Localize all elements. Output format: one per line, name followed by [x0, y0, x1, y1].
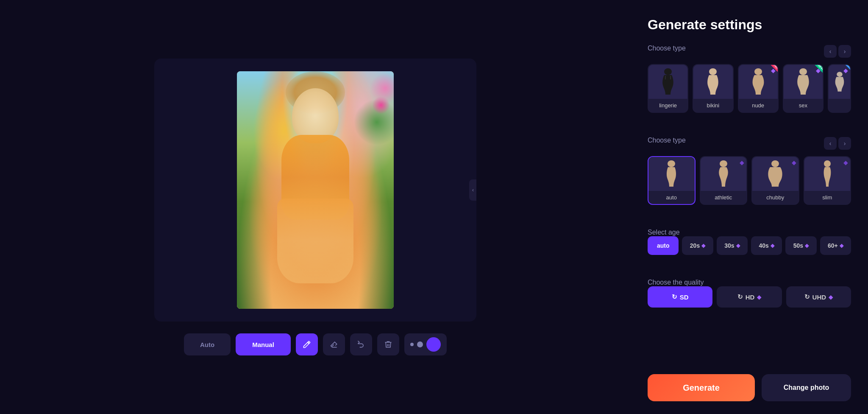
brush-size-large[interactable]: [426, 337, 441, 352]
body-card-auto-label: auto: [648, 191, 695, 204]
svg-point-7: [668, 160, 675, 167]
brush-size-medium[interactable]: [417, 341, 423, 347]
uhd-diamond-icon: ◆: [829, 294, 833, 300]
age-20s-diamond: ◆: [701, 243, 705, 249]
choose-type-section: Choose type ‹ › lingerie: [648, 45, 851, 125]
type-card-nude-img: HOT ◆: [739, 65, 778, 99]
body-next-arrow[interactable]: ›: [838, 137, 851, 150]
svg-point-0: [664, 68, 672, 75]
type-card-lingerie-img: [648, 65, 687, 99]
nude-diamond-icon: ◆: [771, 67, 776, 74]
toolbar: Auto Manual: [184, 333, 447, 355]
body-nav-arrows: ‹ ›: [824, 137, 851, 150]
type-cards-row: lingerie bikini: [648, 64, 851, 113]
sex-diamond-icon: ◆: [816, 67, 821, 74]
auto-mode-button[interactable]: Auto: [184, 333, 231, 355]
type-next-arrow[interactable]: ›: [838, 45, 851, 58]
type-prev-arrow[interactable]: ‹: [824, 45, 837, 58]
age-50s-button[interactable]: 50s ◆: [785, 236, 816, 255]
svg-point-8: [720, 160, 727, 167]
body-cards-row: auto ◆ athletic: [648, 156, 851, 205]
svg-point-3: [709, 68, 717, 75]
svg-point-10: [824, 160, 831, 167]
body-card-chubby-img: ◆: [752, 157, 798, 191]
eraser-icon: [330, 340, 338, 349]
eraser-tool-button[interactable]: [323, 333, 345, 355]
age-40s-button[interactable]: 40s ◆: [751, 236, 782, 255]
body-card-slim-label: slim: [804, 191, 851, 204]
body-section-header: Choose type ‹ ›: [648, 137, 851, 150]
body-card-auto[interactable]: auto: [648, 156, 696, 205]
left-panel: ‹ Auto Manual: [0, 0, 631, 414]
type-card-nude-label: nude: [739, 99, 778, 112]
collapse-arrow[interactable]: ‹: [469, 179, 476, 201]
trash-icon: [384, 340, 392, 349]
slim-body-silhouette: [821, 160, 834, 188]
type-card-lingerie-label: lingerie: [648, 99, 687, 112]
hd-diamond-icon: ◆: [757, 294, 761, 300]
type-card-sex[interactable]: NEW ◆ sex: [783, 64, 823, 113]
body-card-slim-img: ◆: [804, 157, 851, 191]
body-card-chubby-label: chubby: [752, 191, 798, 204]
quality-uhd-button[interactable]: ↻ UHD ◆: [786, 286, 851, 308]
brush-tool-button[interactable]: [296, 333, 318, 355]
body-prev-arrow[interactable]: ‹: [824, 137, 837, 150]
age-30s-button[interactable]: 30s ◆: [717, 236, 748, 255]
body-card-athletic-label: athletic: [701, 191, 747, 204]
undo-icon: [357, 340, 365, 349]
type-card-bikini[interactable]: bikini: [693, 64, 733, 113]
body-card-athletic-img: ◆: [701, 157, 747, 191]
bikini-silhouette: [704, 68, 721, 96]
generate-button[interactable]: Generate: [648, 374, 755, 401]
brush-icon: [303, 340, 311, 349]
choose-quality-section: Choose the quality ↻ SD ↻ HD ◆ ↻ UHD ◆: [648, 279, 851, 324]
age-60plus-button[interactable]: 60+ ◆: [820, 236, 851, 255]
select-age-label: Select age: [648, 229, 680, 236]
body-card-athletic[interactable]: ◆ athletic: [700, 156, 748, 205]
age-auto-button[interactable]: auto: [648, 236, 679, 255]
type-card-bikini-img: [693, 65, 732, 99]
brush-size-small[interactable]: [410, 343, 414, 346]
photo-content: [237, 71, 394, 309]
type-section-header: Choose type ‹ ›: [648, 45, 851, 58]
main-photo: [237, 71, 394, 309]
type-card-lingerie[interactable]: lingerie: [648, 64, 688, 113]
athletic-body-silhouette: [715, 160, 732, 188]
type-card-nude[interactable]: HOT ◆ nude: [738, 64, 779, 113]
quality-buttons-row: ↻ SD ↻ HD ◆ ↻ UHD ◆: [648, 286, 851, 308]
age-20s-button[interactable]: 20s ◆: [682, 236, 713, 255]
athletic-diamond-icon: ◆: [740, 159, 744, 166]
age-60plus-diamond: ◆: [840, 243, 843, 249]
choose-type-label: Choose type: [648, 45, 686, 52]
change-photo-button[interactable]: Change photo: [762, 374, 851, 401]
body-card-chubby[interactable]: ◆ chubby: [751, 156, 799, 205]
canvas-area: ‹: [154, 59, 476, 322]
chubby-body-silhouette: [766, 160, 785, 188]
body-card-auto-img: [648, 157, 695, 191]
age-40s-diamond: ◆: [771, 243, 774, 249]
quality-sd-button[interactable]: ↻ SD: [648, 286, 712, 308]
settings-title: Generate settings: [648, 17, 851, 33]
type-card-extra[interactable]: NEXT ◆: [828, 64, 851, 113]
undo-button[interactable]: [350, 333, 372, 355]
quality-hd-button[interactable]: ↻ HD ◆: [717, 286, 782, 308]
hd-refresh-icon: ↻: [737, 293, 743, 301]
type-card-extra-img: NEXT ◆: [829, 65, 850, 99]
type-nav-arrows: ‹ ›: [824, 45, 851, 58]
manual-mode-button[interactable]: Manual: [236, 333, 291, 355]
choose-body-section: Choose type ‹ › auto: [648, 137, 851, 217]
delete-button[interactable]: [377, 333, 399, 355]
uhd-refresh-icon: ↻: [804, 293, 810, 301]
type-card-sex-img: NEW ◆: [784, 65, 823, 99]
age-50s-diamond: ◆: [805, 243, 809, 249]
sd-refresh-icon: ↻: [672, 293, 677, 301]
brush-size-selector[interactable]: [404, 333, 447, 355]
age-buttons-row: auto 20s ◆ 30s ◆ 40s ◆ 50s ◆ 60+ ◆: [648, 236, 851, 255]
extra-diamond-icon: ◆: [843, 67, 848, 74]
slim-diamond-icon: ◆: [843, 159, 848, 166]
body-card-slim[interactable]: ◆ slim: [804, 156, 851, 205]
chubby-diamond-icon: ◆: [792, 159, 796, 166]
choose-body-label: Choose type: [648, 137, 686, 144]
type-card-bikini-label: bikini: [693, 99, 732, 112]
lingerie-silhouette: [659, 68, 676, 96]
